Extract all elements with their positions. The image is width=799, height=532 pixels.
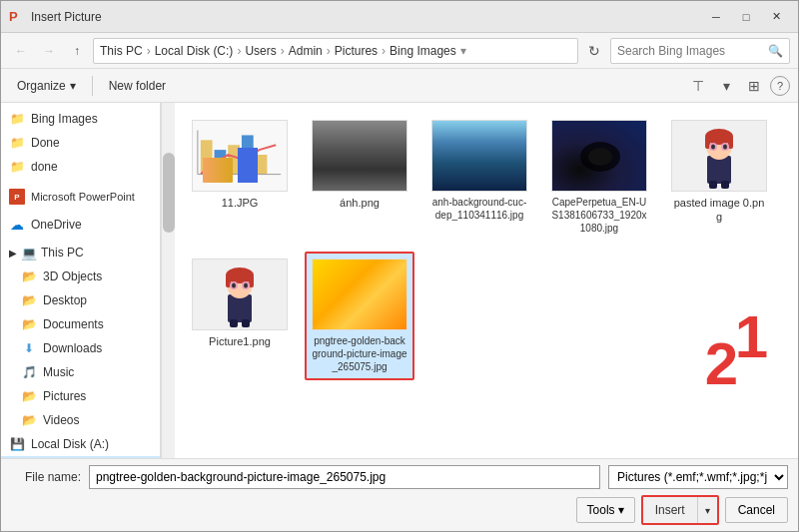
organize-button[interactable]: Organize ▾ [9, 73, 84, 99]
up-button[interactable]: ↑ [65, 39, 89, 63]
filename-input[interactable] [89, 465, 600, 489]
scrollbar-thumb [163, 153, 175, 233]
sidebar-label: OneDrive [31, 218, 82, 232]
help-button[interactable]: ? [770, 76, 790, 96]
back-button[interactable]: ← [9, 39, 33, 63]
maximize-button[interactable]: □ [732, 7, 760, 27]
address-path[interactable]: This PC › Local Disk (C:) › Users › Admi… [93, 38, 578, 64]
file-thumbnail [671, 120, 767, 192]
filetype-select[interactable]: Pictures (*.emf;*.wmf;*.jpg;*j [608, 465, 788, 489]
svg-point-9 [588, 148, 612, 166]
file-thumbnail [431, 120, 527, 192]
path-segment-bing: Bing Images [390, 44, 456, 58]
sidebar-item-documents[interactable]: 📂 Documents [1, 312, 160, 336]
file-thumbnail [312, 120, 407, 192]
organize-arrow: ▾ [70, 79, 76, 93]
sidebar-item-downloads[interactable]: ⬇ Downloads [1, 336, 160, 360]
file-item-11jpg[interactable]: 11.JPG [185, 113, 295, 242]
sidebar-label: Documents [43, 317, 104, 331]
toolbar-right: ⊤ ▾ ⊞ ? [686, 74, 790, 98]
sidebar-label: Pictures [43, 389, 86, 403]
svg-point-17 [711, 145, 715, 150]
insert-dropdown-button[interactable]: ▾ [697, 497, 717, 523]
svg-rect-1 [201, 140, 213, 174]
computer-icon: 💻 [21, 245, 37, 261]
disk-icon: 💾 [9, 436, 25, 452]
insert-button-group: Insert ▾ [641, 495, 719, 525]
file-item-background[interactable]: anh-background-cuc-dep_110341116.jpg [424, 113, 534, 242]
music-icon: 🎵 [21, 364, 37, 380]
new-folder-button[interactable]: New folder [101, 73, 174, 99]
view-arrow-button[interactable]: ▾ [714, 74, 738, 98]
sidebar-item-desktop[interactable]: 📂 Desktop [1, 288, 160, 312]
sidebar-item-this-pc[interactable]: ▶ 💻 This PC [1, 241, 160, 265]
folder-icon: 📂 [21, 268, 37, 284]
sidebar-item-local-a[interactable]: 💾 Local Disk (A:) [1, 432, 160, 456]
svg-rect-3 [228, 145, 240, 174]
insert-button[interactable]: Insert [643, 497, 697, 523]
minimize-button[interactable]: ─ [702, 7, 730, 27]
files-grid: 11.JPG ánh.png anh-background-cuc-dep_11… [185, 113, 788, 380]
path-segment-users: Users [245, 44, 276, 58]
sidebar-item-ppt[interactable]: P Microsoft PowerPoint [1, 185, 160, 209]
file-item-golden[interactable]: pngtree-golden-background-picture-image_… [305, 252, 414, 380]
main-content: 📁 Bing Images 📁 Done 📁 done P Microsoft … [1, 103, 798, 458]
sidebar-label: Local Disk (A:) [31, 437, 109, 451]
sidebar-label: Microsoft PowerPoint [31, 191, 135, 203]
file-area: 11.JPG ánh.png anh-background-cuc-dep_11… [175, 103, 798, 458]
file-item-anh[interactable]: ánh.png [305, 113, 414, 242]
close-button[interactable]: ✕ [762, 7, 790, 27]
sidebar-label: Bing Images [31, 112, 98, 126]
sidebar-label: Downloads [43, 341, 102, 355]
sidebar-item-3d[interactable]: 📂 3D Objects [1, 265, 160, 288]
sidebar-label: Music [43, 365, 74, 379]
layout-button[interactable]: ⊞ [742, 74, 766, 98]
svg-rect-19 [709, 181, 717, 189]
forward-button[interactable]: → [37, 39, 61, 63]
sidebar-label: done [31, 160, 58, 174]
tools-arrow: ▾ [618, 503, 624, 517]
toolbar-separator [92, 76, 93, 96]
sidebar-item-onedrive[interactable]: ☁ OneDrive [1, 213, 160, 237]
sidebar-item-music[interactable]: 🎵 Music [1, 360, 160, 384]
svg-rect-21 [228, 294, 252, 322]
folder-icon: 📂 [21, 316, 37, 332]
onedrive-icon: ☁ [9, 217, 25, 233]
refresh-button[interactable]: ↻ [582, 39, 606, 63]
anime-svg [689, 121, 749, 191]
file-item-picture1[interactable]: Picture1.png [185, 252, 295, 380]
toolbar: Organize ▾ New folder ⊤ ▾ ⊞ ? [1, 69, 798, 103]
cancel-button[interactable]: Cancel [725, 497, 788, 523]
tools-button[interactable]: Tools ▾ [576, 497, 635, 523]
search-box[interactable]: 🔍 [610, 38, 790, 64]
sidebar-item-done1[interactable]: 📁 Done [1, 131, 160, 155]
sidebar-item-pictures[interactable]: 📂 Pictures [1, 384, 160, 408]
view-button[interactable]: ⊤ [686, 74, 710, 98]
sidebar-label: This PC [41, 246, 84, 260]
sidebar-label: Desktop [43, 293, 87, 307]
file-item-pasted[interactable]: pasted image 0.png [664, 113, 774, 242]
dialog-title: Insert Picture [31, 10, 702, 24]
search-input[interactable] [617, 44, 768, 58]
file-name: anh-background-cuc-dep_110341116.jpg [431, 196, 527, 222]
filename-label: File name: [11, 470, 81, 484]
folder-icon: 📂 [21, 292, 37, 308]
svg-rect-20 [721, 181, 729, 189]
sidebar-item-videos[interactable]: 📂 Videos [1, 408, 160, 432]
file-name: 11.JPG [222, 196, 259, 210]
file-item-cape[interactable]: CapePerpetua_EN-US1381606733_1920x1080.j… [544, 113, 654, 242]
file-name: ánh.png [340, 196, 380, 210]
sidebar-scrollbar[interactable] [161, 103, 175, 458]
title-bar: P Insert Picture ─ □ ✕ [1, 1, 798, 33]
hole-svg [552, 121, 648, 193]
svg-rect-31 [242, 319, 250, 327]
file-thumbnail [312, 259, 407, 330]
sidebar-item-bing-images[interactable]: 📁 Bing Images [1, 107, 160, 131]
sidebar-item-done2[interactable]: 📁 done [1, 155, 160, 179]
sidebar: 📁 Bing Images 📁 Done 📁 done P Microsoft … [1, 103, 161, 458]
dialog-icon: P [9, 9, 25, 25]
svg-rect-10 [707, 156, 731, 184]
svg-point-29 [244, 283, 248, 288]
file-thumbnail [192, 120, 288, 192]
address-bar: ← → ↑ This PC › Local Disk (C:) › Users … [1, 33, 798, 69]
